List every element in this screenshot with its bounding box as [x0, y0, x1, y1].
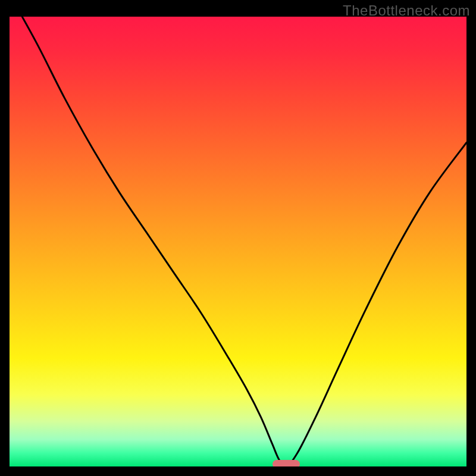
chart-frame: TheBottleneck.com [0, 0, 476, 476]
watermark-text: TheBottleneck.com [343, 2, 470, 19]
bottleneck-curve [10, 17, 466, 466]
minimum-marker [273, 460, 300, 466]
plot-area [10, 17, 466, 466]
